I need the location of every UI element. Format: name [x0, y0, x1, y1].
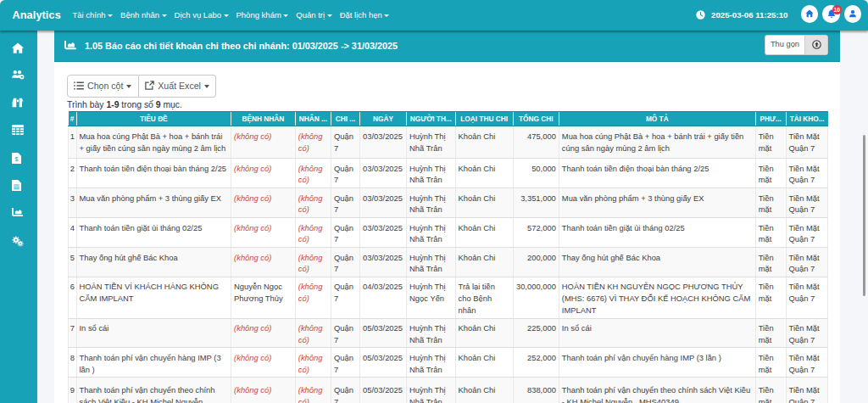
svg-text:$: $: [14, 155, 18, 163]
